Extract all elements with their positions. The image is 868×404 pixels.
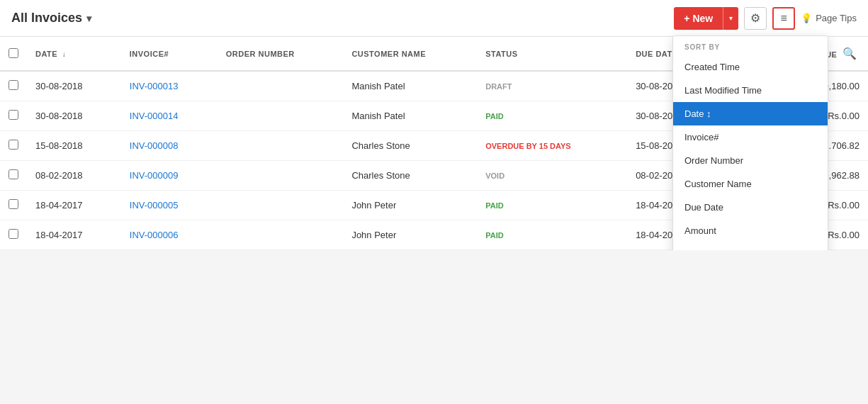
row-customer-name: Charles Stone — [343, 131, 477, 161]
sort-by-label: SORT BY — [673, 36, 828, 55]
row-invoice: INV-000009 — [121, 161, 218, 191]
row-invoice: INV-000014 — [121, 101, 218, 131]
row-checkbox[interactable] — [9, 80, 18, 90]
top-bar-actions: + New ▾ ⚙ ≡ SORT BY Created Time Last Mo… — [674, 7, 857, 30]
sort-dropdown: SORT BY Created Time Last Modified Time … — [672, 35, 828, 251]
header-checkbox-col — [0, 37, 27, 71]
title-dropdown-arrow[interactable]: ▾ — [86, 13, 91, 24]
select-all-checkbox[interactable] — [9, 48, 18, 58]
row-checkbox-cell — [0, 191, 27, 220]
row-customer-name: Manish Patel — [343, 71, 477, 101]
row-status: PAID — [477, 101, 627, 131]
sort-date[interactable]: Date ↕ — [673, 102, 828, 125]
header-order-number: ORDER NUMBER — [218, 37, 344, 71]
row-checkbox[interactable] — [9, 229, 18, 239]
order-number-label: Order Number — [684, 155, 743, 166]
sort-due-date[interactable]: Due Date — [673, 196, 828, 219]
status-badge: OVERDUE BY 15 DAYS — [485, 142, 570, 150]
row-status: DRAFT — [477, 71, 627, 101]
header-date[interactable]: DATE ↓ — [27, 37, 121, 71]
row-checkbox-cell — [0, 220, 27, 250]
page-tips-text: Page Tips — [816, 13, 857, 23]
row-checkbox[interactable] — [9, 169, 18, 179]
invoice-link[interactable]: INV-000006 — [130, 230, 179, 240]
row-customer-name: Charles Stone — [343, 161, 477, 191]
new-button[interactable]: + New ▾ — [674, 7, 738, 30]
sort-customer-name[interactable]: Customer Name — [673, 172, 828, 196]
due-date-label: Due Date — [684, 202, 723, 213]
row-checkbox[interactable] — [9, 140, 18, 150]
row-order-number — [218, 71, 344, 101]
row-invoice: INV-000006 — [121, 220, 218, 250]
sort-order-number[interactable]: Order Number — [673, 149, 828, 172]
row-date: 30-08-2018 — [27, 101, 121, 131]
sort-balance-due[interactable]: Balance Due — [673, 242, 828, 251]
invoice-hash-label: Invoice# — [684, 132, 718, 142]
row-customer-name: Manish Patel — [343, 101, 477, 131]
page-title-text: All Invoices — [11, 11, 82, 26]
row-order-number — [218, 101, 344, 131]
row-checkbox-cell — [0, 71, 27, 101]
customer-name-label: Customer Name — [684, 179, 752, 189]
row-order-number — [218, 220, 344, 250]
row-order-number — [218, 131, 344, 161]
status-badge: DRAFT — [485, 82, 512, 91]
row-date: 18-04-2017 — [27, 220, 121, 250]
row-checkbox[interactable] — [9, 110, 18, 120]
row-order-number — [218, 161, 344, 191]
top-bar: All Invoices ▾ + New ▾ ⚙ ≡ SORT BY Creat… — [0, 0, 868, 37]
balance-due-label: Balance Due — [684, 249, 737, 251]
invoice-link[interactable]: INV-000008 — [130, 140, 179, 151]
row-invoice: INV-000008 — [121, 131, 218, 161]
row-checkbox[interactable] — [9, 199, 18, 209]
status-badge: PAID — [485, 231, 503, 240]
invoice-link[interactable]: INV-000013 — [130, 81, 179, 91]
row-status: VOID — [477, 161, 627, 191]
row-checkbox-cell — [0, 101, 27, 131]
row-date: 15-08-2018 — [27, 131, 121, 161]
status-badge: PAID — [485, 112, 503, 120]
amount-label: Amount — [684, 225, 716, 236]
date-label: Date ↕ — [684, 108, 711, 119]
hamburger-icon: ≡ — [781, 12, 787, 25]
row-status: PAID — [477, 220, 627, 250]
row-checkbox-cell — [0, 161, 27, 191]
row-status: PAID — [477, 191, 627, 220]
gear-icon: ⚙ — [750, 11, 760, 25]
row-order-number — [218, 191, 344, 220]
status-badge: VOID — [485, 172, 505, 180]
invoice-link[interactable]: INV-000009 — [130, 170, 179, 181]
row-date: 18-04-2017 — [27, 191, 121, 220]
row-status: OVERDUE BY 15 DAYS — [477, 131, 627, 161]
row-date: 08-02-2018 — [27, 161, 121, 191]
invoice-link[interactable]: INV-000014 — [130, 111, 179, 121]
row-invoice: INV-000013 — [121, 71, 218, 101]
sort-last-modified[interactable]: Last Modified Time — [673, 79, 828, 102]
menu-button[interactable]: ≡ — [772, 7, 795, 30]
sort-created-time[interactable]: Created Time — [673, 55, 828, 79]
date-sort-arrow: ↓ — [62, 50, 67, 58]
page-tips-link[interactable]: 💡 Page Tips — [801, 13, 857, 23]
settings-button[interactable]: ⚙ — [744, 7, 767, 30]
page-title: All Invoices ▾ — [11, 11, 91, 26]
row-customer-name: John Peter — [343, 220, 477, 250]
row-checkbox-cell — [0, 131, 27, 161]
last-modified-label: Last Modified Time — [684, 85, 762, 96]
header-invoice: INVOICE# — [121, 37, 218, 71]
row-invoice: INV-000005 — [121, 191, 218, 220]
header-status: STATUS — [477, 37, 627, 71]
balance-search-button[interactable]: 🔍 — [840, 44, 859, 63]
page-tips-bulb-icon: 💡 — [801, 13, 812, 23]
sort-amount[interactable]: Amount — [673, 219, 828, 242]
invoice-link[interactable]: INV-000005 — [130, 200, 179, 211]
new-button-label: + New — [674, 7, 723, 30]
new-button-arrow[interactable]: ▾ — [723, 7, 738, 30]
created-time-label: Created Time — [684, 62, 740, 72]
header-customer-name: CUSTOMER NAME — [343, 37, 477, 71]
row-date: 30-08-2018 — [27, 71, 121, 101]
status-badge: PAID — [485, 201, 503, 210]
sort-invoice[interactable]: Invoice# — [673, 125, 828, 149]
row-customer-name: John Peter — [343, 191, 477, 220]
